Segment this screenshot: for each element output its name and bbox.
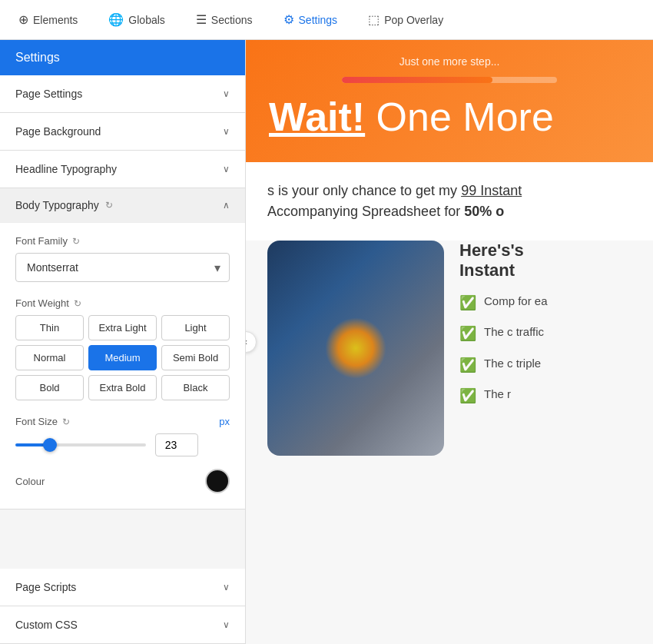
accordion-page-scripts: Page Scripts ∨	[0, 569, 245, 606]
page-preview: Just one more step... Wait! One More s i…	[246, 40, 653, 644]
body-text-part1: s is your only chance to get my	[267, 183, 457, 198]
chevron-down-icon: ∨	[223, 126, 230, 137]
weight-btn-extra-bold[interactable]: Extra Bold	[88, 375, 157, 400]
px-unit-label: px	[219, 416, 230, 427]
body-typography-content: Font Family ↻ Font Weight ↻ Thin Extra L…	[0, 222, 245, 509]
font-size-refresh-icon[interactable]: ↻	[62, 417, 70, 427]
accordion-page-background: Page Background ∨	[0, 113, 245, 151]
white-section: s is your only chance to get my 99 Insta…	[246, 162, 653, 241]
checklist-item-1: ✅ Comp for ea	[459, 293, 631, 313]
page-scripts-label: Page Scripts	[15, 581, 76, 593]
banner-wait-text: Wait!	[269, 95, 365, 139]
checklist-item-4: ✅ The r	[459, 386, 631, 406]
accordion-body-typography-header[interactable]: Body Typography ↻ ∧	[0, 188, 245, 222]
accordion-page-settings-header[interactable]: Page Settings ∨	[0, 75, 245, 112]
weight-btn-semi-bold[interactable]: Semi Bold	[161, 345, 230, 370]
progress-bar	[342, 77, 557, 83]
sections-icon: ☰	[196, 12, 207, 27]
headline-typography-label: Headline Typography	[15, 163, 117, 175]
colour-swatch[interactable]	[205, 469, 230, 493]
accordion-page-background-header[interactable]: Page Background ∨	[0, 113, 245, 150]
bulb-glow	[325, 317, 386, 379]
overlay-icon: ⬚	[368, 12, 380, 27]
refresh-icon[interactable]: ↻	[105, 200, 113, 211]
orange-banner: Just one more step... Wait! One More	[246, 40, 653, 162]
body-text-underline: 99 Instant	[461, 183, 522, 198]
sidebar-title: Settings	[15, 51, 60, 64]
weight-btn-black[interactable]: Black	[161, 375, 230, 400]
body-text: s is your only chance to get my 99 Insta…	[267, 181, 631, 222]
checklist-item-2: ✅ The c traffic	[459, 324, 631, 344]
accordion-headline-typography: Headline Typography ∨	[0, 151, 245, 188]
sidebar-header: Settings	[0, 40, 245, 75]
body-text-bold: 50% o	[464, 204, 504, 219]
chevron-down-icon: ∨	[223, 582, 230, 593]
nav-elements-label: Elements	[33, 14, 78, 26]
colour-label: Colour	[15, 476, 45, 487]
nav-elements[interactable]: ⊕ Elements	[12, 9, 84, 30]
body-typography-header-left: Body Typography ↻	[15, 199, 113, 211]
instant-label: Instant	[459, 261, 515, 280]
font-family-wrapper	[15, 253, 230, 282]
weight-btn-thin[interactable]: Thin	[15, 315, 84, 340]
font-weight-refresh-icon[interactable]: ↻	[74, 298, 81, 309]
page-background-label: Page Background	[15, 125, 101, 138]
progress-bar-wrapper	[269, 77, 630, 83]
nav-globals-label: Globals	[128, 14, 164, 26]
settings-sidebar: Settings Page Settings ∨ Page Background…	[0, 40, 246, 644]
banner-subtitle: Just one more step...	[269, 55, 630, 68]
two-col-layout: Here's's Instant ✅ Comp for ea ✅ The c t…	[246, 241, 653, 471]
nav-settings[interactable]: ⚙ Settings	[277, 9, 344, 30]
weight-btn-extra-light[interactable]: Extra Light	[88, 315, 157, 340]
accordion-body-typography: Body Typography ↻ ∧ Font Family ↻ Font W…	[0, 188, 245, 510]
accordion-custom-css-header[interactable]: Custom CSS ∨	[0, 606, 245, 643]
accordion-page-settings: Page Settings ∨	[0, 75, 245, 113]
colour-row: Colour	[15, 469, 230, 493]
collapse-arrow-icon: ‹	[246, 337, 247, 347]
weight-btn-light[interactable]: Light	[161, 315, 230, 340]
page-settings-label: Page Settings	[15, 88, 82, 100]
weight-btn-bold[interactable]: Bold	[15, 375, 84, 400]
font-size-slider[interactable]	[15, 443, 146, 446]
globe-icon: 🌐	[108, 12, 124, 27]
body-text-part2: Accompanying Spreadsheet for	[267, 204, 460, 219]
font-family-label-text: Font Family	[15, 235, 68, 247]
checklist-text-4: The r	[484, 386, 511, 402]
text-col: Here's's Instant ✅ Comp for ea ✅ The c t…	[459, 241, 631, 456]
gear-icon: ⚙	[283, 12, 294, 27]
heres-headline: Here's's Instant	[459, 241, 631, 281]
chevron-up-icon: ∧	[223, 200, 230, 211]
checklist-text-3: The c triple	[484, 355, 541, 371]
check-icon-1: ✅	[459, 294, 476, 313]
top-navigation: ⊕ Elements 🌐 Globals ☰ Sections ⚙ Settin…	[0, 0, 653, 40]
nav-pop-overlay-label: Pop Overlay	[384, 14, 443, 26]
nav-pop-overlay[interactable]: ⬚ Pop Overlay	[362, 9, 449, 30]
font-weight-label-text: Font Weight	[15, 297, 69, 309]
check-icon-2: ✅	[459, 324, 476, 344]
font-size-label-text: Font Size	[15, 416, 58, 427]
checklist-text-2: The c traffic	[484, 324, 544, 340]
accordion-page-scripts-header[interactable]: Page Scripts ∨	[0, 569, 245, 606]
checklist-item-3: ✅ The c triple	[459, 355, 631, 375]
font-size-field-label: Font Size ↻	[15, 416, 70, 427]
banner-headline: Wait! One More	[269, 95, 630, 139]
plus-circle-icon: ⊕	[18, 12, 28, 27]
font-size-row: Font Size ↻ px	[15, 416, 230, 427]
font-family-input[interactable]	[15, 253, 230, 282]
weight-btn-medium[interactable]: Medium	[88, 345, 157, 370]
progress-fill	[342, 77, 492, 83]
font-size-input[interactable]	[155, 433, 198, 456]
check-icon-3: ✅	[459, 356, 476, 375]
nav-globals[interactable]: 🌐 Globals	[102, 9, 171, 30]
weight-btn-normal[interactable]: Normal	[15, 345, 84, 370]
heres-label: Here's	[459, 241, 510, 260]
main-layout: Settings Page Settings ∨ Page Background…	[0, 40, 653, 644]
accordion-headline-typography-header[interactable]: Headline Typography ∨	[0, 151, 245, 188]
font-family-field-label: Font Family ↻	[15, 235, 230, 247]
font-weight-field-label: Font Weight ↻	[15, 297, 230, 309]
nav-sections[interactable]: ☰ Sections	[190, 9, 259, 30]
chevron-down-icon: ∨	[223, 88, 230, 99]
font-family-refresh-icon[interactable]: ↻	[72, 236, 80, 247]
custom-css-label: Custom CSS	[15, 619, 78, 631]
chevron-down-icon: ∨	[223, 619, 230, 630]
